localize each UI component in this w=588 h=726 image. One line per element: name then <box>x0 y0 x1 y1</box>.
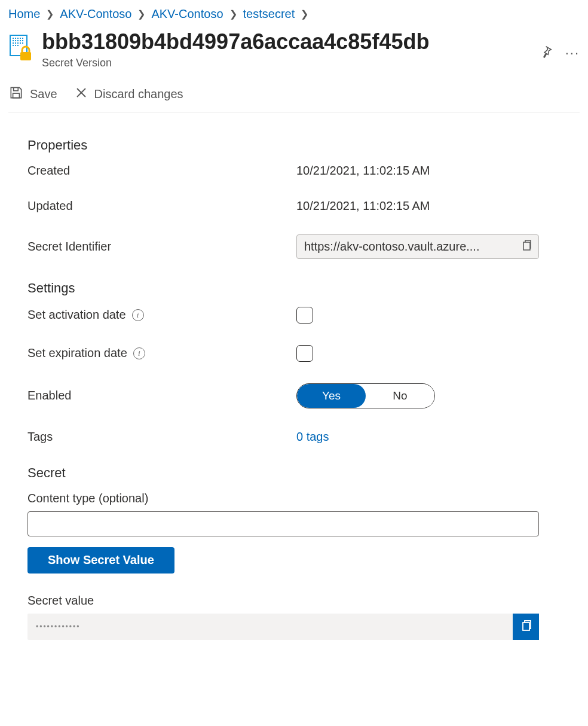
breadcrumb-item-vault[interactable]: AKV-Contoso <box>60 7 131 21</box>
activation-label: Set activation date <box>27 308 126 322</box>
updated-value: 10/21/2021, 11:02:15 AM <box>296 199 539 213</box>
tags-link[interactable]: 0 tags <box>296 430 329 444</box>
svg-rect-11 <box>13 42 14 44</box>
expiration-checkbox[interactable] <box>296 345 313 362</box>
pin-icon[interactable] <box>539 45 553 61</box>
svg-rect-10 <box>22 40 23 41</box>
enabled-yes[interactable]: Yes <box>297 384 366 408</box>
svg-rect-8 <box>17 40 19 41</box>
svg-rect-13 <box>17 42 19 44</box>
content-type-label: Content type (optional) <box>27 492 539 505</box>
enabled-no[interactable]: No <box>366 384 434 408</box>
more-icon[interactable]: ··· <box>565 45 580 61</box>
svg-rect-18 <box>17 45 19 46</box>
chevron-right-icon: ❯ <box>137 8 145 20</box>
svg-rect-7 <box>15 40 16 41</box>
svg-rect-1 <box>13 38 14 39</box>
svg-rect-19 <box>20 52 31 60</box>
chevron-right-icon: ❯ <box>301 8 308 20</box>
identifier-label: Secret Identifier <box>27 240 296 254</box>
secret-heading: Secret <box>27 465 539 481</box>
svg-rect-6 <box>13 40 14 41</box>
breadcrumb: Home ❯ AKV-Contoso ❯ AKV-Contoso ❯ tests… <box>8 7 580 21</box>
svg-rect-4 <box>20 38 21 39</box>
svg-rect-15 <box>22 42 23 44</box>
enabled-label: Enabled <box>27 389 296 402</box>
expiration-label: Set expiration date <box>27 346 127 360</box>
tags-label: Tags <box>27 430 296 444</box>
svg-rect-24 <box>523 623 529 630</box>
info-icon[interactable]: i <box>133 347 145 359</box>
settings-heading: Settings <box>27 280 539 296</box>
created-value: 10/21/2021, 11:02:15 AM <box>296 164 539 178</box>
discard-label: Discard changes <box>94 87 183 101</box>
identifier-field[interactable]: https://akv-contoso.vault.azure.... <box>296 234 539 259</box>
breadcrumb-item-secret[interactable]: testsecret <box>243 7 295 21</box>
properties-heading: Properties <box>27 138 539 153</box>
info-icon[interactable]: i <box>132 309 144 321</box>
copy-secret-button[interactable] <box>513 614 539 640</box>
svg-rect-23 <box>523 242 530 250</box>
svg-rect-17 <box>15 45 16 46</box>
secret-version-icon <box>8 33 33 65</box>
secret-value-field: •••••••••••• <box>27 614 539 640</box>
svg-rect-9 <box>20 40 21 41</box>
page-subtitle: Secret Version <box>42 57 531 69</box>
enabled-toggle[interactable]: Yes No <box>296 383 435 408</box>
svg-rect-5 <box>22 38 23 39</box>
discard-button[interactable]: Discard changes <box>74 86 183 103</box>
secret-value-masked: •••••••••••• <box>27 623 513 631</box>
svg-rect-3 <box>17 38 19 39</box>
chevron-right-icon: ❯ <box>46 8 54 20</box>
show-secret-value-button[interactable]: Show Secret Value <box>27 547 174 574</box>
chevron-right-icon: ❯ <box>229 8 237 20</box>
command-bar: Save Discard changes <box>8 85 580 112</box>
updated-label: Updated <box>27 199 296 213</box>
svg-rect-12 <box>15 42 16 44</box>
content-type-input[interactable] <box>27 511 539 536</box>
breadcrumb-item-home[interactable]: Home <box>8 7 40 21</box>
save-icon <box>8 85 24 103</box>
svg-rect-2 <box>15 38 16 39</box>
svg-rect-14 <box>20 42 21 44</box>
svg-rect-20 <box>13 93 20 98</box>
save-button[interactable]: Save <box>8 85 57 103</box>
secret-value-label: Secret value <box>27 594 539 608</box>
identifier-value: https://akv-contoso.vault.azure.... <box>304 240 479 254</box>
close-icon <box>74 86 88 103</box>
svg-rect-16 <box>13 45 14 46</box>
breadcrumb-item-vault-2[interactable]: AKV-Contoso <box>151 7 223 21</box>
copy-icon <box>519 618 532 635</box>
activation-checkbox[interactable] <box>296 307 313 324</box>
copy-icon[interactable] <box>520 239 532 255</box>
page-title: bbb31809b4bd4997a6accaa4c85f45db <box>42 30 531 53</box>
created-label: Created <box>27 164 296 178</box>
save-label: Save <box>30 87 57 101</box>
